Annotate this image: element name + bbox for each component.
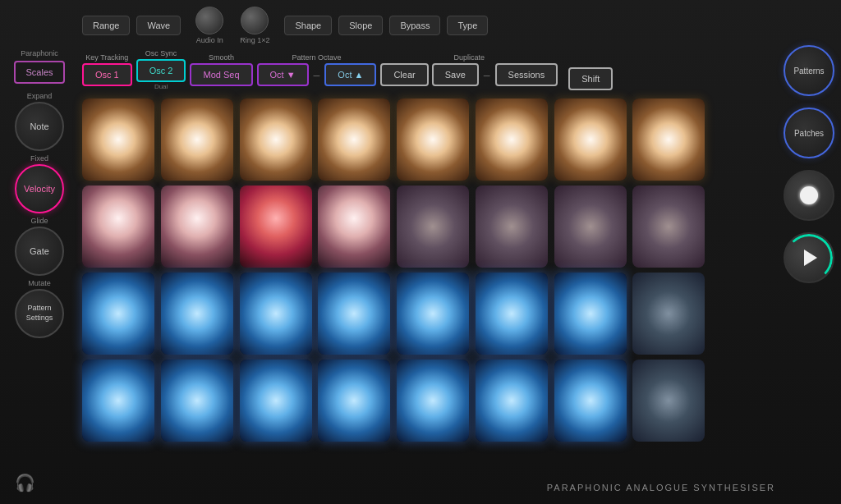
scales-button[interactable]: Scales [14, 61, 64, 84]
pad-2-3[interactable] [240, 186, 312, 268]
duplicate-label: Duplicate [454, 53, 485, 62]
pattern-settings-button[interactable]: PatternSettings [15, 289, 64, 338]
headphone-icon: 🎧 [15, 473, 35, 493]
key-tracking-label: Key Tracking [85, 53, 128, 62]
audio-in-knob[interactable] [195, 7, 223, 34]
slope-button[interactable]: Slope [338, 16, 383, 35]
osc-sync-label: Osc Sync [145, 49, 177, 57]
velocity-button[interactable]: Velocity [15, 164, 64, 213]
glide-label: Glide [30, 217, 48, 225]
range-button[interactable]: Range [82, 16, 130, 35]
pad-1-6[interactable] [476, 99, 548, 181]
type-button[interactable]: Type [447, 16, 488, 35]
pad-4-4[interactable] [318, 360, 390, 442]
knob-audio-in: Audio In [195, 7, 223, 44]
right-sidebar: Patterns Patches [780, 45, 838, 283]
brand-text: PARAPHONIC ANALOGUE SYNTHESISER [547, 483, 775, 493]
audio-in-label: Audio In [196, 36, 223, 44]
paraphonic-label: Paraphonic [21, 49, 58, 57]
shape-button[interactable]: Shape [284, 16, 332, 35]
pad-3-7[interactable] [554, 273, 627, 355]
fixed-label: Fixed [30, 154, 48, 163]
record-button[interactable] [784, 170, 834, 221]
wave-group: Wave [136, 16, 181, 35]
sessions-button[interactable]: Sessions [495, 63, 558, 86]
pattern-octave-group: Pattern Octave Oct ▼ – Oct ▲ [257, 53, 377, 86]
oct-up-button[interactable]: Oct ▲ [324, 63, 376, 86]
dash-sep-1: – [312, 68, 322, 81]
pad-2-4[interactable] [318, 186, 390, 268]
pad-3-3[interactable] [240, 273, 312, 355]
top-knobs-area: Range Wave Audio In Ring 1×2 Shape Slope… [82, 7, 834, 44]
mod-seq-button[interactable]: Mod Seq [190, 63, 252, 86]
pad-3-1[interactable] [82, 273, 154, 355]
osc1-button[interactable]: Osc 1 [82, 63, 132, 86]
pad-1-3[interactable] [240, 99, 312, 181]
bypass-button[interactable]: Bypass [389, 16, 440, 35]
smooth-label: Smooth [209, 53, 234, 62]
pad-4-2[interactable] [161, 360, 233, 442]
pad-1-7[interactable] [554, 99, 627, 181]
pad-3-5[interactable] [397, 273, 469, 355]
pattern-octave-label: Pattern Octave [292, 53, 341, 62]
play-icon [804, 250, 817, 266]
record-inner [800, 186, 818, 204]
pad-1-5[interactable] [397, 99, 469, 181]
osc2-button[interactable]: Osc 2 [136, 59, 186, 82]
pad-4-5[interactable] [397, 360, 469, 442]
pad-4-1[interactable] [82, 360, 154, 442]
ring-label: Ring 1×2 [240, 36, 269, 44]
left-sidebar: Paraphonic Scales Expand Note Fixed Velo… [0, 49, 79, 338]
note-button[interactable]: Note [15, 102, 64, 151]
osc-sync-group: Osc Sync Osc 2 [136, 49, 186, 82]
ring-knob[interactable] [241, 7, 269, 34]
save-button[interactable]: Save [432, 63, 479, 86]
pad-3-4[interactable] [318, 273, 390, 355]
pad-2-1[interactable] [82, 186, 154, 268]
pad-2-8[interactable] [632, 186, 705, 268]
pad-2-6[interactable] [476, 186, 548, 268]
pad-2-5[interactable] [397, 186, 469, 268]
knob-ring: Ring 1×2 [240, 7, 269, 44]
clear-button[interactable]: Clear [380, 63, 428, 86]
pad-1-4[interactable] [318, 99, 390, 181]
expand-label: Expand [27, 92, 53, 100]
play-button[interactable] [784, 232, 834, 283]
key-tracking-group: Key Tracking Osc 1 [82, 53, 132, 86]
mutate-label: Mutate [28, 279, 51, 287]
second-row: Key Tracking Osc 1 Osc Sync Osc 2 Dual S… [82, 49, 834, 90]
pad-2-2[interactable] [161, 186, 233, 268]
patterns-button[interactable]: Patterns [784, 45, 834, 96]
pad-1-8[interactable] [632, 99, 705, 181]
pad-4-7[interactable] [554, 360, 627, 442]
pad-1-1[interactable] [82, 99, 154, 181]
dual-label: Dual [154, 83, 168, 90]
dash-sep-2: – [482, 68, 492, 81]
pad-4-6[interactable] [476, 360, 548, 442]
duplicate-group: Duplicate Clear Save – Sessions [380, 53, 558, 86]
shift-button[interactable]: Shift [568, 67, 613, 90]
pad-grid [82, 99, 706, 442]
smooth-group: Smooth Mod Seq [190, 53, 252, 86]
wave-button[interactable]: Wave [136, 16, 181, 35]
patches-button[interactable]: Patches [784, 108, 834, 158]
pad-3-2[interactable] [161, 273, 233, 355]
pad-1-2[interactable] [161, 99, 233, 181]
pad-3-6[interactable] [476, 273, 548, 355]
pad-2-7[interactable] [554, 186, 627, 268]
gate-button[interactable]: Gate [15, 227, 64, 276]
oct-down-button[interactable]: Oct ▼ [257, 63, 309, 86]
pad-3-8[interactable] [632, 273, 705, 355]
pad-4-3[interactable] [240, 360, 312, 442]
pad-4-8[interactable] [632, 360, 705, 442]
synth-container: Paraphonic Scales Expand Note Fixed Velo… [0, 0, 841, 504]
